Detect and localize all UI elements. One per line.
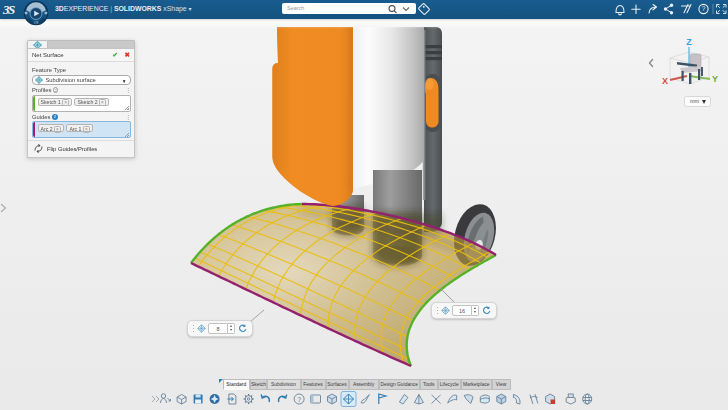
svg-text:?: ? [297, 396, 301, 403]
svg-text:?: ? [702, 5, 706, 12]
svg-text:X: X [662, 76, 668, 86]
svg-text:Z: Z [686, 37, 692, 47]
svg-text:Y: Y [712, 74, 718, 84]
svg-text:3S: 3S [2, 2, 15, 17]
svg-text:V.R: V.R [34, 21, 40, 25]
